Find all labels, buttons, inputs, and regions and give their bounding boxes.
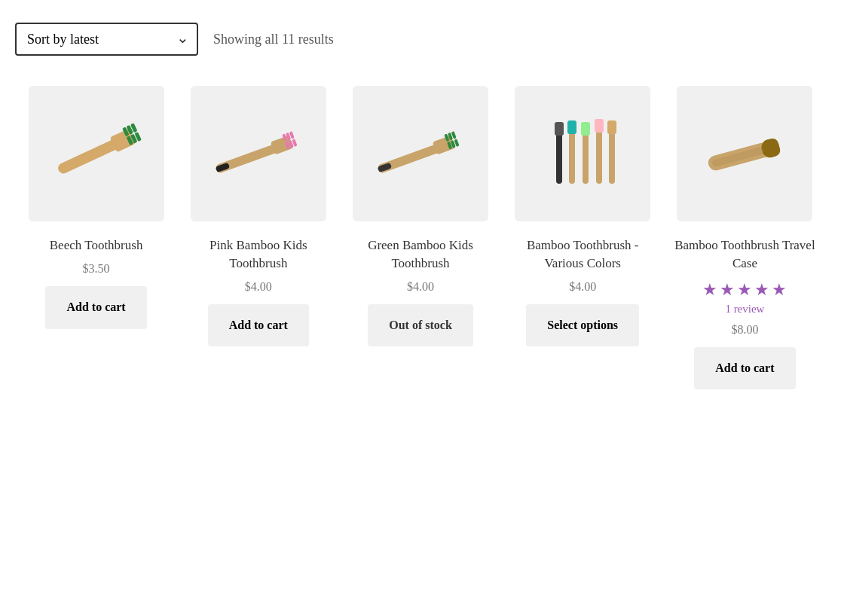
product-card-2: Pink Bamboo Kids Toothbrush$4.00Add to c… [177,86,339,389]
svg-rect-31 [581,122,590,136]
svg-rect-27 [555,122,564,136]
product-name-5: Bamboo Toothbrush Travel Case [671,236,818,273]
results-text: Showing all 11 results [213,32,334,47]
product-card-3: Green Bamboo Kids Toothbrush$4.00Out of … [339,86,501,389]
review-count-5: 1 review [725,303,764,316]
sort-select[interactable]: Sort by latest Sort by popularity Sort b… [15,23,198,56]
product-card-5: Bamboo Toothbrush Travel Case★★★★★1 revi… [664,86,826,389]
star-icon-4: ★ [754,280,769,300]
star-icon-2: ★ [720,280,735,300]
star-icon-5: ★ [772,280,787,300]
product-price-2: $4.00 [245,280,272,294]
toolbar: Sort by latest Sort by popularity Sort b… [15,23,826,56]
product-btn-5[interactable]: Add to cart [694,347,795,390]
product-btn-4[interactable]: Select options [526,304,639,347]
product-image-3 [353,86,488,221]
products-grid: Beech Toothbrush$3.50Add to cart Pink Ba… [15,86,826,389]
product-btn-3: Out of stock [368,304,473,347]
svg-rect-33 [595,119,604,133]
svg-rect-35 [607,120,616,134]
svg-rect-29 [567,120,576,134]
product-image-1 [29,86,164,221]
product-btn-2[interactable]: Add to cart [208,304,309,347]
product-price-1: $3.50 [83,262,110,276]
product-price-4: $4.00 [569,280,596,294]
product-name-4: Bamboo Toothbrush - Various Colors [509,236,656,273]
product-price-3: $4.00 [407,280,434,294]
product-image-5 [677,86,812,221]
product-image-4 [515,86,650,221]
star-icon-1: ★ [702,280,717,300]
star-icon-3: ★ [737,280,752,300]
product-card-4: Bamboo Toothbrush - Various Colors$4.00S… [502,86,664,389]
product-price-5: $8.00 [731,323,758,337]
product-name-3: Green Bamboo Kids Toothbrush [347,236,494,273]
product-btn-1[interactable]: Add to cart [45,286,146,329]
product-card-1: Beech Toothbrush$3.50Add to cart [15,86,177,389]
product-name-1: Beech Toothbrush [50,236,143,255]
product-name-2: Pink Bamboo Kids Toothbrush [185,236,332,273]
product-rating-5: ★★★★★ [702,280,787,300]
product-image-2 [191,86,326,221]
sort-wrapper: Sort by latest Sort by popularity Sort b… [15,23,198,56]
